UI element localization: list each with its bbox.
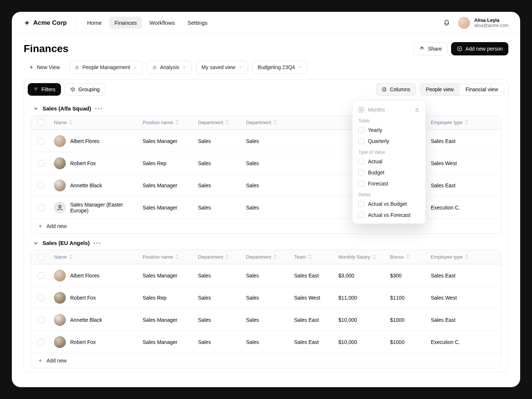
- table-row[interactable]: Robert FoxSales RepSalesSalesSales West$…: [31, 286, 501, 308]
- cell-dept: Sales: [198, 339, 246, 345]
- user-menu[interactable]: Alisa Leyla alisa@acme.com: [458, 17, 508, 29]
- sort-icon: [69, 255, 73, 260]
- nav-item-finances[interactable]: Finances: [109, 17, 142, 29]
- data-table: NamePosition nameDepartmentDepartmentTea…: [31, 115, 501, 234]
- row-checkbox[interactable]: [38, 317, 44, 323]
- svg-rect-3: [383, 88, 386, 91]
- row-checkbox[interactable]: [38, 138, 44, 144]
- row-checkbox[interactable]: [38, 294, 44, 301]
- column-header[interactable]: Employee type: [431, 120, 490, 125]
- add-row-button[interactable]: Add new: [31, 218, 501, 233]
- column-header[interactable]: Position name: [143, 254, 198, 260]
- row-checkbox[interactable]: [38, 272, 44, 279]
- bell-icon[interactable]: [443, 20, 450, 26]
- chevron-down-icon: [298, 65, 302, 69]
- cell-name: Robert Fox: [70, 295, 96, 301]
- filter-icon: [33, 87, 38, 92]
- chevron-down-icon[interactable]: [33, 106, 39, 112]
- cell-name: Annette Black: [70, 317, 102, 323]
- popover-option[interactable]: Budget: [354, 167, 424, 178]
- view-tab[interactable]: People Management: [69, 61, 143, 74]
- share-icon: [419, 46, 425, 52]
- cell-dept: Sales: [198, 273, 246, 279]
- plus-icon: [29, 65, 34, 70]
- cell-etype: Sales East: [431, 317, 490, 323]
- table-row[interactable]: Robert FoxSales ManagerSalesSalesSales E…: [31, 331, 501, 353]
- popover-option[interactable]: Quarterly: [354, 136, 424, 147]
- more-icon[interactable]: •••: [95, 105, 103, 112]
- row-checkbox[interactable]: [38, 182, 44, 189]
- column-header[interactable]: Department: [246, 120, 294, 125]
- cell-dept: Sales: [246, 160, 294, 166]
- cell-dept: Sales: [198, 183, 246, 188]
- avatar: [54, 270, 66, 282]
- sort-icon: [225, 120, 229, 125]
- popover-option[interactable]: Actual vs Forecast: [354, 209, 424, 221]
- people-view-tab[interactable]: People view: [420, 83, 460, 95]
- nav-item-settings[interactable]: Settings: [182, 17, 212, 29]
- table-row[interactable]: Albert FloresSales ManagerSalesSalesSale…: [31, 264, 501, 286]
- add-row-button[interactable]: Add new: [31, 353, 501, 368]
- view-tab[interactable]: Budgeting 23Q4: [252, 61, 307, 74]
- popover-option[interactable]: Actual vs Budget: [354, 198, 424, 209]
- cell-bonus: $1000: [390, 317, 431, 323]
- column-header[interactable]: Team: [294, 254, 338, 260]
- popover-option[interactable]: Yearly: [354, 125, 424, 136]
- sort-icon: [225, 255, 229, 260]
- sort-icon: [69, 120, 73, 125]
- sparkle-icon: [24, 20, 30, 26]
- popover-option[interactable]: Forecast: [354, 178, 424, 189]
- table-header-row: NamePosition nameDepartmentDepartmentTea…: [31, 116, 501, 130]
- table-row[interactable]: Robert FoxSales RepSalesSales$1100Sales …: [31, 152, 501, 174]
- table-row[interactable]: Annette BlackSales ManagerSalesSalesSale…: [31, 308, 501, 331]
- table-row[interactable]: Sales Manager (Easter Europe)Sales Manag…: [31, 196, 501, 218]
- cell-salary: $10,000: [338, 339, 390, 345]
- select-all-checkbox[interactable]: [38, 119, 44, 126]
- cell-etype: Execution C.: [431, 339, 490, 345]
- filters-button[interactable]: Filters: [28, 83, 61, 96]
- more-icon[interactable]: •••: [93, 240, 102, 246]
- column-header[interactable]: Department: [198, 254, 246, 260]
- avatar: [458, 17, 470, 29]
- view-tab[interactable]: My saved view: [196, 61, 248, 74]
- column-header[interactable]: Department: [198, 120, 246, 125]
- sort-icon: [465, 255, 468, 260]
- lock-icon: [415, 107, 420, 112]
- column-header[interactable]: Name: [54, 254, 143, 260]
- column-header[interactable]: Name: [54, 120, 143, 125]
- checkbox-icon: [358, 127, 364, 133]
- chevron-down-icon[interactable]: [33, 240, 39, 246]
- row-checkbox[interactable]: [38, 204, 44, 211]
- cell-team: Sales East: [294, 273, 338, 279]
- column-header[interactable]: Bonus: [390, 254, 431, 260]
- select-all-checkbox[interactable]: [38, 254, 44, 260]
- sort-icon: [273, 120, 277, 125]
- row-checkbox[interactable]: [38, 339, 44, 345]
- table-row[interactable]: Albert FloresSales ManagerSalesSales$300…: [31, 130, 501, 152]
- columns-locked-item: Months: [354, 104, 424, 115]
- add-person-button[interactable]: Add new person: [451, 42, 508, 55]
- financial-view-tab[interactable]: Financial view: [460, 83, 504, 95]
- cell-dept: Sales: [198, 160, 246, 166]
- cell-dept: Sales: [246, 295, 294, 301]
- grouping-button[interactable]: Grouping: [65, 83, 105, 96]
- table-row[interactable]: Annette BlackSales ManagerSalesSales$100…: [31, 174, 501, 196]
- cube-icon: [70, 87, 75, 92]
- cell-salary: $11,000: [338, 295, 390, 301]
- new-view-tab[interactable]: New View: [24, 61, 65, 74]
- group: Sales (Alfa Squad)•••NamePosition nameDe…: [28, 99, 504, 234]
- view-tab[interactable]: Analysis: [147, 61, 192, 74]
- column-header[interactable]: Department: [246, 254, 294, 260]
- columns-popover: Months TotalsYearlyQuarterlyType of Valu…: [352, 100, 426, 224]
- column-header[interactable]: Monthly Salary: [338, 254, 390, 260]
- column-header[interactable]: Employee type: [431, 254, 490, 260]
- cell-salary: $10,000: [338, 317, 390, 323]
- popover-option[interactable]: Actual: [354, 156, 424, 167]
- row-checkbox[interactable]: [38, 160, 44, 167]
- nav-item-home[interactable]: Home: [82, 17, 107, 29]
- share-button[interactable]: Share: [413, 42, 447, 55]
- column-header[interactable]: Position name: [143, 120, 198, 125]
- nav-item-workflows[interactable]: Workflows: [144, 17, 180, 29]
- popover-section-header: Deltas: [354, 189, 424, 198]
- columns-button[interactable]: Columns: [376, 83, 416, 96]
